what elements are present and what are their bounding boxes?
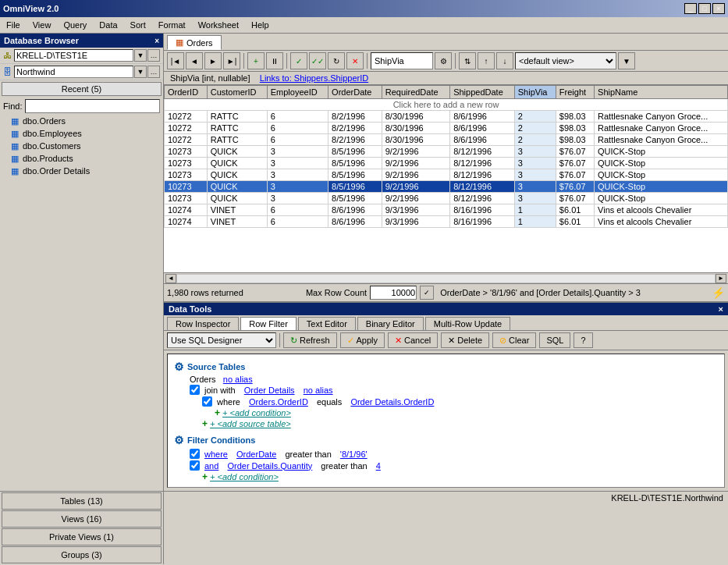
table-cell[interactable]: 3: [267, 158, 328, 169]
tab-binary-editor[interactable]: Binary Editor: [357, 317, 424, 330]
table-cell[interactable]: 10273: [165, 146, 208, 158]
table-cell[interactable]: 3: [514, 193, 556, 204]
table-cell[interactable]: 2: [514, 134, 556, 146]
table-cell[interactable]: VINET: [207, 216, 267, 228]
horizontal-scrollbar[interactable]: ◄ ►: [164, 272, 728, 283]
table-cell[interactable]: $6.01: [556, 216, 594, 228]
menu-worksheet[interactable]: Worksheet: [192, 19, 245, 31]
col-orderdate[interactable]: OrderDate: [328, 86, 382, 99]
tab-orders[interactable]: ▦ Orders: [167, 35, 222, 50]
table-cell[interactable]: 9/2/1996: [382, 169, 449, 181]
where-checkbox[interactable]: [202, 396, 212, 407]
groups-button[interactable]: Groups (3): [2, 546, 162, 563]
filter-val-2[interactable]: 4: [376, 461, 381, 471]
table-cell[interactable]: 10272: [165, 134, 208, 146]
schema-more[interactable]: …: [147, 66, 160, 78]
sort-asc-button[interactable]: ↑: [478, 52, 495, 69]
db-browser-close[interactable]: ×: [154, 37, 159, 45]
connection-more[interactable]: …: [147, 49, 160, 62]
cancel-button[interactable]: ✕: [346, 52, 364, 69]
table-cell[interactable]: 8/6/1996: [328, 216, 382, 228]
window-controls[interactable]: _ □ ×: [684, 3, 725, 14]
table-cell[interactable]: 8/30/1996: [382, 134, 449, 146]
private-views-button[interactable]: Private Views (1): [2, 528, 162, 545]
menu-sort[interactable]: Sort: [124, 19, 152, 31]
table-row[interactable]: 10272RATTC68/2/19968/30/19968/6/19962$98…: [165, 111, 728, 123]
table-row[interactable]: 10273QUICK38/5/19969/2/19968/12/19963$76…: [165, 193, 728, 204]
table-cell[interactable]: VINET: [207, 204, 267, 216]
nav-prev-button[interactable]: ◄: [186, 52, 203, 69]
views-button[interactable]: Views (16): [2, 510, 162, 528]
filter-cond-2-checkbox[interactable]: [190, 460, 200, 471]
nav-first-button[interactable]: |◄: [167, 52, 184, 69]
menu-format[interactable]: Format: [152, 19, 192, 31]
filter-field-2[interactable]: Order Details.Quantity: [227, 461, 312, 471]
tab-row-filter[interactable]: Row Filter: [240, 317, 297, 330]
data-tools-close[interactable]: ×: [719, 304, 723, 314]
add-row-hint[interactable]: Click here to add a new row: [165, 99, 728, 111]
table-cell[interactable]: $76.07: [556, 193, 594, 204]
and-keyword[interactable]: and: [204, 461, 218, 471]
table-cell[interactable]: Rattlesnake Canyon Groce...: [595, 111, 728, 123]
tree-item-orders[interactable]: ▦ dbo.Orders: [0, 115, 163, 127]
table-cell[interactable]: Vins et alcools Chevalier: [595, 204, 728, 216]
table-cell[interactable]: 9/2/1996: [382, 193, 449, 204]
table-cell[interactable]: 8/5/1996: [328, 158, 382, 169]
table-row[interactable]: 10273QUICK38/5/19969/2/19968/12/19963$76…: [165, 181, 728, 193]
tab-row-inspector[interactable]: Row Inspector: [167, 317, 239, 330]
table-row[interactable]: 10274VINET68/6/19969/3/19968/16/19961$6.…: [165, 204, 728, 216]
scroll-track[interactable]: [176, 274, 716, 283]
table-cell[interactable]: 3: [514, 169, 556, 181]
table-cell[interactable]: $98.03: [556, 123, 594, 134]
col-orderid[interactable]: OrderID: [165, 86, 208, 99]
table-cell[interactable]: 6: [267, 134, 328, 146]
table-cell[interactable]: 3: [514, 181, 556, 193]
table-cell[interactable]: 8/5/1996: [328, 193, 382, 204]
add-button[interactable]: +: [247, 52, 265, 69]
scroll-right-button[interactable]: ►: [716, 274, 726, 283]
table-cell[interactable]: 1: [514, 204, 556, 216]
order-details-link[interactable]: Order Details: [244, 386, 295, 395]
table-row[interactable]: 10272RATTC68/2/19968/30/19968/6/19962$98…: [165, 123, 728, 134]
connection-dropdown[interactable]: ▼: [134, 49, 147, 62]
table-cell[interactable]: 8/6/1996: [328, 204, 382, 216]
col-links-link[interactable]: Links to: Shippers.ShipperID: [260, 73, 368, 83]
refresh-btn[interactable]: ↻ Refresh: [283, 332, 337, 348]
scroll-left-button[interactable]: ◄: [165, 274, 176, 283]
table-cell[interactable]: Rattlesnake Canyon Groce...: [595, 134, 728, 146]
table-cell[interactable]: 6: [267, 216, 328, 228]
table-cell[interactable]: $76.07: [556, 181, 594, 193]
table-cell[interactable]: 8/12/1996: [450, 193, 515, 204]
filter-field-1[interactable]: OrderDate: [236, 450, 276, 459]
table-cell[interactable]: Rattlesnake Canyon Groce...: [595, 123, 728, 134]
table-cell[interactable]: 10273: [165, 169, 208, 181]
table-cell[interactable]: QUICK: [207, 146, 267, 158]
table-cell[interactable]: 8/5/1996: [328, 181, 382, 193]
table-cell[interactable]: 8/5/1996: [328, 146, 382, 158]
table-cell[interactable]: 10273: [165, 181, 208, 193]
add-row-hint-row[interactable]: Click here to add a new row: [165, 99, 728, 111]
where-keyword-1[interactable]: where: [204, 450, 228, 459]
minimize-button[interactable]: _: [684, 3, 697, 14]
grid-container[interactable]: OrderID CustomerID EmployeeID OrderDate …: [164, 85, 728, 272]
tab-text-editor[interactable]: Text Editor: [298, 317, 356, 330]
help-btn[interactable]: ?: [574, 332, 592, 348]
col-shipvia[interactable]: ShipVia: [514, 86, 556, 99]
clear-btn[interactable]: ⊘ Clear: [492, 332, 536, 348]
find-input[interactable]: [25, 99, 160, 113]
table-cell[interactable]: 9/2/1996: [382, 158, 449, 169]
schema-dropdown[interactable]: ▼: [134, 66, 147, 78]
table-cell[interactable]: 9/3/1996: [382, 216, 449, 228]
table-cell[interactable]: 8/2/1996: [328, 123, 382, 134]
table-cell[interactable]: RATTC: [207, 111, 267, 123]
table-cell[interactable]: 8/16/1996: [450, 204, 515, 216]
menu-help[interactable]: Help: [245, 19, 275, 31]
table-cell[interactable]: 6: [267, 111, 328, 123]
view-select[interactable]: <default view>: [515, 52, 616, 69]
table-cell[interactable]: 10273: [165, 193, 208, 204]
table-cell[interactable]: RATTC: [207, 134, 267, 146]
table-cell[interactable]: 8/2/1996: [328, 134, 382, 146]
tree-item-products[interactable]: ▦ dbo.Products: [0, 152, 163, 165]
tree-item-employees[interactable]: ▦ dbo.Employees: [0, 127, 163, 140]
table-cell[interactable]: $76.07: [556, 158, 594, 169]
